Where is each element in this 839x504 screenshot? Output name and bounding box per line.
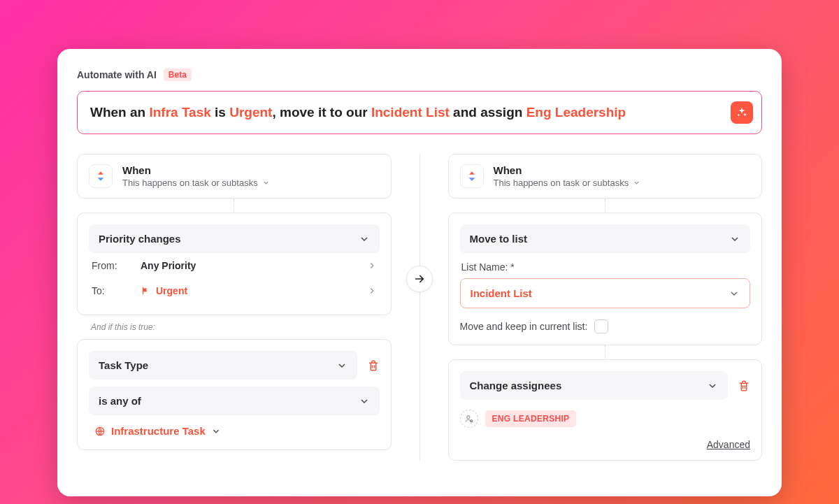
trigger-type-select[interactable]: Priority changes (89, 224, 380, 253)
automation-dialog: Automate with AI Beta When an Infra Task… (57, 49, 782, 496)
assignee-chip[interactable]: ENG LEADERSHIP (485, 410, 577, 427)
when-action-card[interactable]: When This happens on task or subtasks (448, 154, 763, 199)
trash-icon[interactable] (738, 380, 750, 392)
condition-card: Task Type is any of Infrastructure Task (77, 339, 392, 450)
chevron-right-icon (367, 261, 377, 271)
condition-value-chip[interactable]: Infrastructure Task (89, 425, 380, 437)
list-name-label: List Name: * (461, 261, 751, 273)
chevron-down-icon (729, 288, 740, 299)
to-priority-row[interactable]: To: Urgent (89, 278, 380, 303)
change-assignees-card: Change assignees ENG LEADERSHIP Advanced (448, 359, 763, 461)
assignee-row: ENG LEADERSHIP (460, 410, 751, 428)
when-trigger-card[interactable]: When This happens on task or subtasks (77, 154, 392, 199)
connector (234, 199, 234, 213)
ai-prompt-text: When an Infra Task is Urgent, move it to… (90, 103, 722, 122)
person-add-icon (464, 414, 474, 424)
trash-icon[interactable] (367, 359, 380, 372)
add-assignee-button[interactable] (460, 410, 478, 428)
advanced-link[interactable]: Advanced (460, 439, 751, 450)
app-logo-icon (460, 164, 484, 188)
ai-prompt-input[interactable]: When an Infra Task is Urgent, move it to… (77, 91, 762, 134)
arrow-circle (406, 266, 433, 292)
condition-field-select[interactable]: Task Type (89, 351, 357, 380)
svg-point-1 (466, 416, 469, 419)
chevron-down-icon (211, 426, 221, 436)
header-title: Automate with AI (77, 69, 157, 80)
column-divider (420, 154, 420, 461)
connector (605, 345, 605, 359)
when-scope-dropdown[interactable]: This happens on task or subtasks (494, 178, 641, 188)
and-if-label: And if this is true: (91, 322, 392, 332)
action-type-select[interactable]: Change assignees (460, 371, 729, 400)
chevron-down-icon (729, 233, 740, 245)
beta-badge: Beta (164, 69, 192, 81)
automation-columns: When This happens on task or subtasks Pr… (77, 154, 762, 461)
move-to-list-card: Move to list List Name: * Incident List … (448, 213, 763, 345)
chevron-down-icon (707, 380, 718, 391)
from-priority-row[interactable]: From: Any Priority (89, 253, 380, 278)
arrow-right-icon (413, 273, 426, 285)
action-type-select[interactable]: Move to list (460, 224, 751, 253)
keep-in-list-checkbox[interactable] (594, 319, 608, 333)
keep-in-list-label: Move and keep in current list: (460, 321, 588, 332)
chevron-right-icon (367, 286, 377, 296)
when-scope-dropdown[interactable]: This happens on task or subtasks (122, 178, 270, 188)
globe-icon (94, 426, 106, 437)
when-title: When (494, 164, 641, 176)
list-select[interactable]: Incident List (460, 278, 751, 308)
chevron-down-icon (359, 396, 370, 407)
action-column: When This happens on task or subtasks Mo… (448, 154, 763, 461)
chevron-down-icon (359, 233, 370, 245)
app-logo-icon (89, 164, 113, 188)
header: Automate with AI Beta (77, 69, 762, 81)
sparkle-icon (736, 106, 748, 119)
ai-generate-button[interactable] (731, 101, 753, 124)
flag-icon (141, 286, 150, 296)
trigger-column: When This happens on task or subtasks Pr… (77, 154, 392, 461)
when-title: When (122, 164, 270, 176)
chevron-down-icon (262, 179, 270, 187)
chevron-down-icon (336, 360, 347, 371)
connector (605, 199, 605, 213)
chevron-down-icon (633, 179, 640, 187)
condition-operator-select[interactable]: is any of (89, 387, 380, 415)
priority-trigger-card: Priority changes From: Any Priority To: … (77, 213, 392, 315)
